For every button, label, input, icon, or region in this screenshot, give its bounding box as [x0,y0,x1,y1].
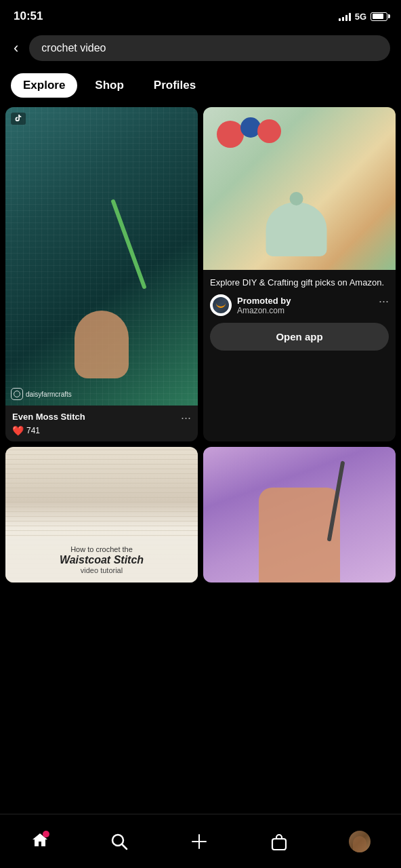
pin-likes-even-moss: ❤️ 741 [12,425,191,436]
pin-more-button-even-moss[interactable]: ··· [181,411,191,425]
search-input-wrapper[interactable]: crochet video [29,35,390,61]
instagram-icon [11,388,23,400]
pin-card-amazon-ad[interactable]: Explore DIY & Crafting gift picks on Ama… [203,107,396,441]
svg-rect-3 [192,841,207,842]
promoted-by-label: Promoted by [237,296,373,306]
content-grid: daisyfarmcrafts Even Moss Stitch ··· ❤️ … [0,104,401,585]
nav-home[interactable] [20,825,60,858]
ad-source-text: Promoted by Amazon.com [237,296,373,315]
network-type: 5G [355,12,366,22]
battery-icon [371,12,387,21]
yarn-ball-red2 [257,119,281,143]
amazon-logo [210,294,232,316]
bottom-nav [0,814,401,868]
tab-explore[interactable]: Explore [11,73,77,98]
waistcoat-image: How to crochet the Waistcoat Stitch vide… [5,447,198,583]
status-bar: 10:51 5G [0,0,401,30]
bag-icon [270,832,289,851]
amazon-smile-icon [216,303,226,308]
search-query: crochet video [41,42,106,54]
pin-meta-even-moss: Even Moss Stitch ··· [12,411,191,425]
pin-title-even-moss: Even Moss Stitch [12,412,85,422]
pin-likes-count: 741 [26,426,40,435]
waistcoat-overlay: How to crochet the Waistcoat Stitch vide… [5,537,198,583]
pin-card-waistcoat[interactable]: How to crochet the Waistcoat Stitch vide… [5,447,198,583]
pin-image-even-moss: daisyfarmcrafts [5,107,198,406]
nav-search[interactable] [99,827,140,856]
status-time: 10:51 [14,9,43,23]
svg-line-1 [123,844,127,849]
pin-info-even-moss: Even Moss Stitch ··· ❤️ 741 [5,406,198,441]
instagram-badge: daisyfarmcrafts [11,388,72,400]
tab-shop[interactable]: Shop [83,73,136,98]
pin-card-purple-crochet[interactable] [203,447,396,583]
tab-profiles[interactable]: Profiles [142,73,208,98]
open-app-button[interactable]: Open app [210,323,389,351]
purple-crochet-image [203,447,396,583]
nav-shop[interactable] [259,827,299,856]
waistcoat-how-label: How to crochet the [14,545,190,553]
ad-title: Explore DIY & Crafting gift picks on Ama… [210,277,389,289]
back-button[interactable]: ‹ [11,37,21,60]
svg-point-0 [112,835,123,846]
plus-icon [190,832,209,851]
instagram-label: daisyfarmcrafts [26,391,72,398]
ad-source: Promoted by Amazon.com ··· [210,294,389,316]
waistcoat-sub-label: video tutorial [14,566,190,574]
ad-info: Explore DIY & Crafting gift picks on Ama… [203,270,396,356]
heart-icon: ❤️ [12,425,24,436]
search-bar-container: ‹ crochet video [0,30,401,69]
pin-card-even-moss-stitch[interactable]: daisyfarmcrafts Even Moss Stitch ··· ❤️ … [5,107,198,441]
ad-more-button[interactable]: ··· [379,294,389,309]
nav-profile[interactable] [338,825,381,858]
amazon-ad-image [203,107,396,270]
home-icon-wrapper [30,831,49,852]
signal-bars-icon [339,12,351,21]
profile-avatar [349,831,371,852]
notification-dot [43,831,49,837]
search-nav-icon [110,832,129,851]
nav-create[interactable] [179,827,219,856]
crochet-hat-shape [266,202,327,256]
status-icons: 5G [339,12,387,22]
tab-bar: Explore Shop Profiles [0,69,401,104]
promoted-source: Amazon.com [237,306,373,315]
tiktok-badge [11,113,26,125]
yarn-ball-red [217,121,244,148]
waistcoat-title: Waistcoat Stitch [14,553,190,566]
svg-rect-4 [272,839,286,850]
